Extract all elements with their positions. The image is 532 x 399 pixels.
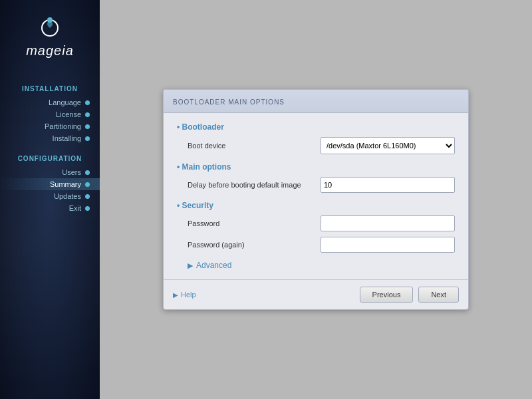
bootloader-section: • Bootloader Boot device /dev/sda (Maxto… [177,122,455,154]
logo-area: mageia [26,13,74,59]
advanced-arrow-icon: ▶ [188,261,193,270]
advanced-label[interactable]: Advanced [196,261,231,270]
delay-label: Delay before booting default image [188,181,321,189]
sidebar-item-partitioning[interactable]: Partitioning [0,120,100,132]
sidebar-dot-partitioning [85,124,90,129]
sidebar-dot-summary [85,182,90,187]
mageia-logo-icon [37,13,63,40]
boot-device-select[interactable]: /dev/sda (Maxtor 6L160M0) [321,137,455,154]
svg-point-1 [47,17,53,23]
main-options-heading: • Main options [177,162,455,172]
password-again-row: Password (again) [177,237,455,253]
configuration-section-title: CONFIGURATION [0,155,100,162]
password-row: Password [177,215,455,231]
password-again-input[interactable] [321,237,455,253]
dialog-header: BOOTLOADER MAIN OPTIONS [164,90,468,113]
sidebar-item-language[interactable]: Language [0,96,100,108]
dialog-body: • Bootloader Boot device /dev/sda (Maxto… [164,113,468,279]
button-area: Previous Next [360,287,459,303]
delay-input[interactable] [321,177,455,193]
security-section: • Security Password Password (again) [177,201,455,253]
help-area[interactable]: ▶ Help [173,291,196,299]
sidebar-dot-language [85,100,90,105]
dialog: BOOTLOADER MAIN OPTIONS • Bootloader Boo… [163,89,469,310]
help-label: Help [181,291,196,299]
password-input[interactable] [321,215,455,231]
boot-device-row: Boot device /dev/sda (Maxtor 6L160M0) [177,137,455,154]
help-arrow-icon: ▶ [173,291,178,299]
sidebar-dot-exit [85,206,90,211]
sidebar-dot-installing [85,136,90,141]
sidebar-item-license[interactable]: License [0,108,100,120]
sidebar-item-exit[interactable]: Exit [0,202,100,214]
sidebar: mageia INSTALLATION Language License Par… [0,0,100,399]
sidebar-item-updates[interactable]: Updates [0,190,100,202]
logo-text: mageia [26,43,74,59]
svg-point-0 [42,20,58,36]
dialog-title: BOOTLOADER MAIN OPTIONS [173,98,285,106]
main-options-section: • Main options Delay before booting defa… [177,162,455,193]
bootloader-heading: • Bootloader [177,122,455,132]
delay-row: Delay before booting default image [177,177,455,193]
sidebar-item-users[interactable]: Users [0,166,100,178]
installation-section-title: INSTALLATION [0,85,100,92]
boot-device-label: Boot device [188,142,321,150]
sidebar-dot-license [85,112,90,117]
security-heading: • Security [177,201,455,210]
sidebar-item-summary[interactable]: Summary [0,178,100,190]
sidebar-dot-users [85,170,90,175]
sidebar-dot-updates [85,194,90,199]
next-button[interactable]: Next [418,287,459,303]
password-again-label: Password (again) [188,241,321,249]
sidebar-item-installing[interactable]: Installing [0,132,100,144]
main-content: BOOTLOADER MAIN OPTIONS • Bootloader Boo… [100,0,532,399]
previous-button[interactable]: Previous [360,287,414,303]
advanced-row[interactable]: ▶ Advanced [177,261,455,270]
dialog-footer: ▶ Help Previous Next [164,279,468,309]
password-label: Password [188,219,321,227]
